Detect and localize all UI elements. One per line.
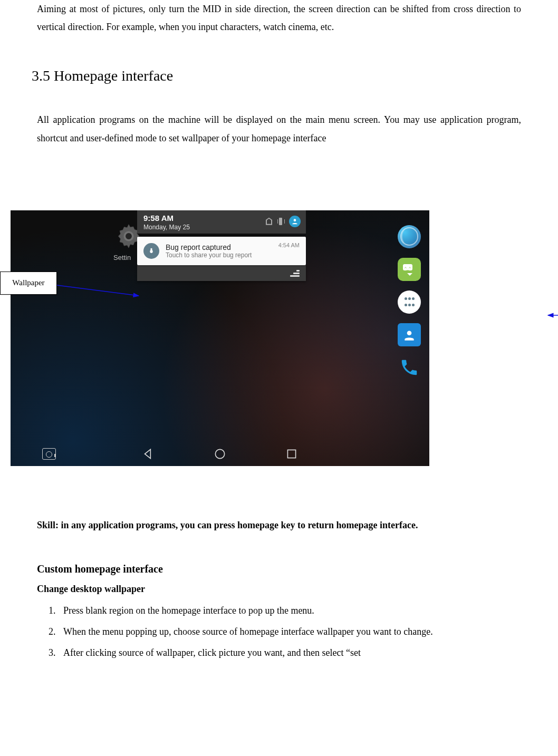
settings-label: Settin — [113, 254, 131, 261]
svg-rect-4 — [150, 250, 152, 253]
svg-point-2 — [294, 219, 296, 221]
section-heading: 3.5 Homepage interface — [32, 67, 521, 84]
list-item: When the menu popping up, choose source … — [58, 622, 521, 641]
change-wallpaper-heading: Change desktop wallpaper — [37, 584, 521, 595]
callout-wallpaper-label: Wallpaper — [0, 272, 57, 295]
steps-list: Press blank region on the homepage inter… — [37, 601, 521, 662]
notification-footer[interactable] — [137, 265, 306, 281]
list-item: After clicking source of wallpaper, clic… — [58, 643, 521, 662]
contacts-app-icon[interactable] — [398, 323, 421, 346]
skill-note: Skill: in any application programs, you … — [37, 516, 521, 534]
clear-all-icon[interactable] — [289, 269, 300, 277]
camera-shortcut-icon[interactable] — [42, 447, 56, 461]
svg-point-6 — [152, 249, 152, 249]
status-date: Monday, May 25 — [143, 224, 190, 231]
messaging-app-icon[interactable]: ^_^ — [398, 258, 421, 281]
custom-homepage-heading: Custom homepage interface — [37, 563, 521, 575]
profile-avatar-icon[interactable] — [289, 216, 301, 227]
notification-item[interactable]: Bug report captured Touch to share your … — [137, 237, 306, 265]
sim-icon — [266, 218, 272, 225]
screenshot-figure: Settin 9:58 AM Monday, May 25 — [11, 210, 547, 484]
section-paragraph: All application programs on the machine … — [37, 111, 521, 147]
intro-paragraph: Aiming at most of pictures, only turn th… — [37, 0, 521, 36]
svg-point-8 — [215, 449, 224, 458]
svg-rect-9 — [287, 450, 295, 458]
browser-app-icon[interactable] — [398, 225, 421, 248]
svg-point-5 — [150, 249, 151, 249]
notification-header[interactable]: 9:58 AM Monday, May 25 — [137, 210, 306, 234]
svg-point-1 — [124, 232, 132, 240]
callout-wallpaper-arrow — [57, 284, 141, 297]
home-button[interactable] — [213, 447, 227, 461]
notification-time: 4:54 AM — [278, 242, 300, 248]
all-apps-icon[interactable] — [398, 290, 421, 314]
recent-apps-button[interactable] — [285, 447, 299, 461]
notification-panel[interactable]: 9:58 AM Monday, May 25 — [137, 210, 306, 295]
vibrate-icon — [277, 218, 284, 225]
bug-icon — [143, 243, 159, 259]
callout-application-arrow — [545, 312, 558, 318]
notification-title: Bug report captured — [166, 243, 252, 251]
phone-app-icon[interactable] — [398, 356, 421, 379]
app-dock: ^_^ — [397, 225, 422, 379]
status-time: 9:58 AM — [143, 214, 174, 222]
svg-point-7 — [407, 331, 412, 335]
device-screenshot: Settin 9:58 AM Monday, May 25 — [11, 210, 429, 466]
svg-line-10 — [57, 285, 139, 296]
navigation-bar — [11, 442, 429, 466]
list-item: Press blank region on the homepage inter… — [58, 601, 521, 620]
back-button[interactable] — [141, 447, 155, 461]
notification-subtitle: Touch to share your bug report — [166, 251, 252, 259]
